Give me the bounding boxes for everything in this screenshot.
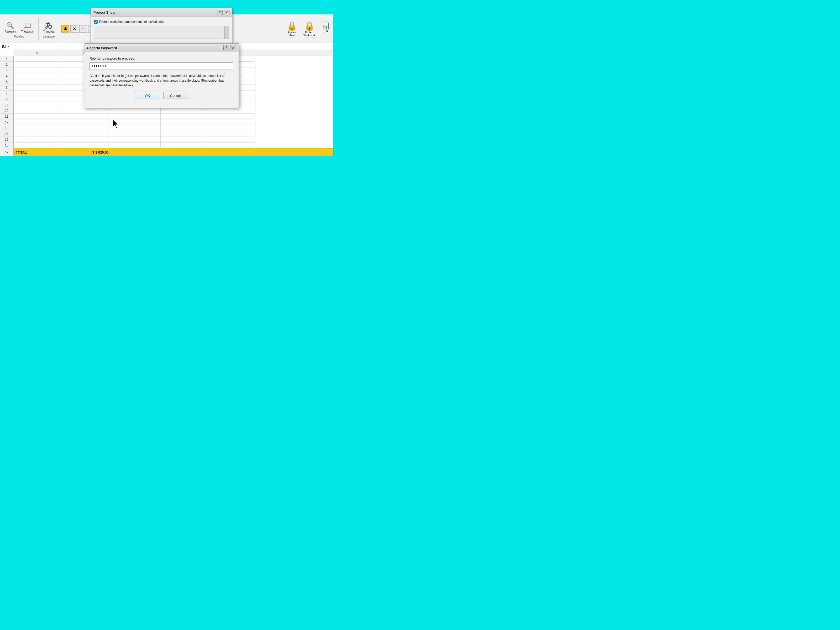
language-group-label: Language [43, 35, 55, 38]
row-header-15: 15 [0, 137, 13, 142]
share-workbook-icon: 📊 [322, 21, 331, 30]
row-header-5: 5 [0, 79, 13, 85]
protect-sheet-help-button[interactable]: ? [217, 10, 223, 15]
protect-sheet-options-area[interactable] [94, 26, 229, 39]
research-button[interactable]: 🔍 Research [3, 20, 17, 34]
col-header-a: A [14, 50, 61, 56]
confirm-ok-button[interactable]: OK [136, 92, 159, 99]
table-row [14, 131, 333, 137]
confirm-password-dialog: Confirm Password ? ✕ Reenter password to… [84, 43, 239, 108]
row-header-6: 6 [0, 85, 13, 90]
row-header-14: 14 [0, 131, 13, 137]
row-header-9: 9 [0, 102, 13, 108]
table-row [14, 137, 333, 142]
protect-sheet-icon: 🔒 [287, 21, 297, 31]
confirm-password-title: Confirm Password [87, 46, 117, 50]
protect-sheet-title: Protect Sheet [93, 11, 115, 14]
protect-workbook-label: ProtectWorkbook [303, 31, 315, 37]
row-header-3: 3 [0, 68, 13, 73]
row-header-7: 7 [0, 90, 13, 96]
reenter-password-label: Reenter password to proceed. [90, 57, 234, 60]
protect-sheet-body: Protect worksheet and contents of locked… [91, 17, 232, 42]
protect-sheet-close-button[interactable]: ✕ [224, 10, 229, 15]
translate-button[interactable]: あ Translate [42, 20, 56, 34]
translate-icon: あ [44, 21, 54, 30]
thesaurus-icon: 📖 [22, 21, 32, 30]
proofing-group-label: Proofing [14, 35, 24, 38]
confirm-password-body: Reenter password to proceed. Caution: If… [84, 52, 238, 107]
row-header-2: 2 [0, 62, 13, 68]
protect-sheet-scrollbar[interactable] [224, 26, 229, 39]
protect-sheet-button[interactable]: 🔒 ProtectSheet [284, 20, 300, 38]
table-row [14, 108, 333, 114]
row-header-10: 10 [0, 108, 13, 114]
protect-worksheet-checkbox[interactable] [94, 20, 98, 24]
row-header-11: 11 [0, 114, 13, 120]
table-row [14, 142, 333, 148]
protect-workbook-button[interactable]: 🔒 ProtectWorkbook [301, 20, 318, 38]
row-header-16: 16 [0, 142, 13, 148]
close-icon[interactable]: ✕ [70, 25, 78, 33]
row-header-8: 8 [0, 96, 13, 102]
research-icon: 🔍 [6, 21, 15, 30]
confirm-password-titlebar: Confirm Password ? ✕ [84, 44, 238, 52]
protect-workbook-icon: 🔒 [304, 21, 315, 31]
confirm-password-controls: ? ✕ [223, 45, 236, 51]
proofing-group: 🔍 Research 📖 Thesaurus Proofing [0, 17, 39, 41]
thesaurus-label: Thesaurus [21, 30, 33, 33]
protect-worksheet-checkbox-row: Protect worksheet and contents of locked… [94, 20, 229, 24]
total-row: TOTAL $ 3,920.00 [14, 148, 333, 156]
translate-label: Translate [43, 30, 54, 33]
confirm-password-help-button[interactable]: ? [223, 45, 229, 51]
language-group: あ Translate Language [39, 17, 59, 41]
share-workbook-button[interactable]: 📊 Sh [319, 20, 333, 38]
table-row [14, 120, 333, 125]
total-label: TOTAL [14, 150, 92, 154]
protect-sheet-titlebar: Protect Sheet ? ✕ [91, 8, 232, 17]
row-header-17: 17 [0, 148, 13, 156]
table-row [14, 125, 333, 131]
share-workbook-label: Sh [324, 30, 328, 33]
confirm-password-close-button[interactable]: ✕ [230, 45, 236, 51]
row-header-12: 12 [0, 120, 13, 125]
total-value: 3,920.00 [95, 150, 109, 154]
row-header-1: 1 [0, 56, 13, 62]
back-icon[interactable]: ← [79, 25, 87, 33]
star-icon[interactable]: ✱ [62, 25, 69, 33]
row-header-4: 4 [0, 73, 13, 79]
cell-reference[interactable]: E2 ▼ [0, 45, 21, 49]
ribbon-right-group: 🔒 ProtectSheet 🔒 ProtectWorkbook 📊 Sh [284, 20, 333, 38]
protect-sheet-controls: ? ✕ [217, 10, 229, 15]
confirm-password-footer: OK Cancel [90, 92, 234, 103]
row-header-13: 13 [0, 125, 13, 131]
thesaurus-button[interactable]: 📖 Thesaurus [20, 20, 35, 34]
row-headers: 1 2 3 4 5 6 7 8 9 10 11 12 13 14 15 16 1 [0, 56, 14, 156]
protect-sheet-label: ProtectSheet [288, 31, 296, 37]
caution-text: Caution: If you lose or forget the passw… [90, 74, 234, 88]
table-row [14, 114, 333, 120]
total-currency: $ [92, 150, 94, 154]
protect-worksheet-label: Protect worksheet and contents of locked… [99, 20, 164, 24]
research-label: Research [5, 30, 16, 33]
confirm-cancel-button[interactable]: Cancel [164, 92, 187, 99]
password-input[interactable] [90, 63, 234, 70]
